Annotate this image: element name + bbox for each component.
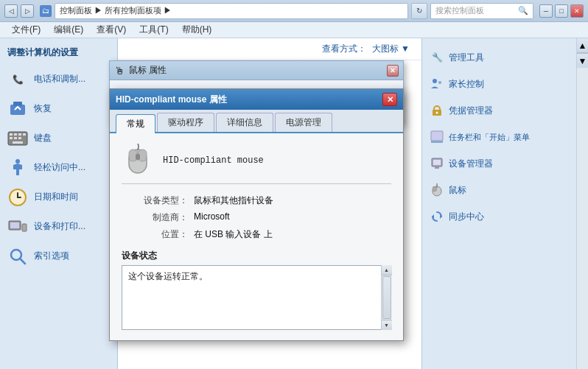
right-panel-admin[interactable]: 🔧 管理工具 [422, 44, 576, 71]
scroll-down-button[interactable]: ▼ [577, 53, 588, 68]
window-close-button[interactable]: ✕ [570, 4, 584, 18]
sidebar-item-index[interactable]: 索引选项 [0, 242, 117, 271]
main-scrollbar[interactable]: ▲ ▼ [576, 38, 588, 369]
device-icon [122, 144, 154, 176]
status-box-wrapper: 这个设备运转正常。 ▲ ▼ [122, 265, 391, 330]
status-scroll-up[interactable]: ▲ [382, 265, 392, 275]
back-button[interactable]: ◁ [4, 4, 18, 18]
right-panel: 🔧 管理工具 家长控制 凭据管理器 任务栏和「开始」菜单 设备管理器 [421, 38, 576, 369]
svg-rect-6 [23, 133, 26, 136]
right-panel-label-taskbar: 任务栏和「开始」菜单 [449, 132, 530, 143]
mouse-dialog-title: 鼠标 属性 [129, 64, 167, 77]
status-scroll-down[interactable]: ▼ [382, 320, 392, 330]
svg-point-22 [436, 112, 438, 114]
sidebar-item-keyboard[interactable]: 键盘 [0, 124, 117, 153]
view-label: 查看方式： [322, 43, 366, 55]
svg-rect-37 [136, 154, 140, 160]
right-panel-mouse[interactable]: 鼠标 [422, 177, 576, 203]
window-controls: ◁ ▷ [4, 4, 34, 18]
hid-dialog-titlebar: HID-compliant mouse 属性 ✕ [110, 89, 403, 110]
svg-rect-9 [18, 137, 21, 139]
search-box[interactable]: 搜索控制面板 🔍 [430, 3, 533, 19]
svg-rect-27 [435, 166, 439, 169]
menu-help[interactable]: 帮助(H) [176, 22, 218, 38]
index-icon [7, 246, 28, 267]
taskbar-icon [430, 130, 444, 144]
menu-tools[interactable]: 工具(T) [133, 22, 174, 38]
datetime-icon [7, 187, 28, 208]
admin-icon: 🔧 [430, 50, 444, 65]
prop-label-type: 设备类型： [122, 194, 188, 207]
sync-icon [430, 209, 444, 224]
svg-rect-26 [433, 160, 441, 165]
svg-rect-23 [431, 131, 443, 141]
sidebar-item-phone[interactable]: 📞 电话和调制... [0, 65, 117, 94]
view-mode[interactable]: 大图标 ▼ [366, 41, 416, 57]
right-panel-label-admin: 管理工具 [449, 52, 484, 64]
prop-value-mfr: Microsoft [194, 211, 391, 224]
mouse-dialog-titlebar: 🖱 鼠标 属性 ✕ [110, 61, 403, 80]
right-panel-label-credentials: 凭据管理器 [449, 105, 493, 117]
svg-point-18 [433, 79, 437, 83]
svg-rect-10 [13, 141, 23, 144]
credentials-icon [430, 103, 444, 118]
forward-button[interactable]: ▷ [21, 4, 34, 18]
tab-details[interactable]: 详细信息 [216, 113, 273, 132]
right-panel-devmgr[interactable]: 设备管理器 [422, 150, 576, 177]
sidebar-label-recovery: 恢复 [34, 102, 52, 115]
svg-rect-1 [13, 102, 22, 106]
minimize-button[interactable]: ─ [539, 4, 553, 18]
svg-rect-24 [431, 141, 443, 143]
device-header: HID-compliant mouse [122, 144, 391, 184]
right-panel-label-mouse: 鼠标 [449, 184, 466, 197]
mouse-dialog-icon: 🖱 [114, 65, 125, 77]
sidebar-label-phone: 电话和调制... [34, 73, 85, 85]
svg-rect-4 [14, 133, 17, 136]
right-panel-parental[interactable]: 家长控制 [422, 71, 576, 97]
window-chrome: ◁ ▷ 🗂 控制面板 ▶ 所有控制面板项 ▶ ↻ 搜索控制面板 🔍 ─ □ ✕ [0, 0, 588, 22]
menu-file[interactable]: 文件(F) [6, 22, 46, 38]
svg-rect-14 [10, 222, 19, 228]
tab-power[interactable]: 电源管理 [275, 113, 332, 132]
svg-rect-15 [22, 224, 27, 231]
mouse-dialog-close[interactable]: ✕ [387, 65, 399, 77]
sidebar-item-datetime[interactable]: 日期和时间 [0, 183, 117, 212]
svg-point-19 [438, 81, 441, 84]
right-panel-label-devmgr: 设备管理器 [449, 158, 493, 170]
prop-label-location: 位置： [122, 228, 188, 241]
right-panel-label-sync: 同步中心 [449, 211, 484, 223]
sidebar-label-datetime: 日期和时间 [34, 191, 78, 203]
right-panel-sync[interactable]: 同步中心 [422, 203, 576, 230]
refresh-button[interactable]: ↻ [411, 3, 427, 19]
tab-general[interactable]: 常规 [116, 114, 155, 133]
sidebar: 调整计算机的设置 📞 电话和调制... 恢复 键盘 轻松访问中... [0, 38, 118, 369]
menu-view[interactable]: 查看(V) [91, 22, 132, 38]
svg-rect-29 [433, 186, 437, 191]
keyboard-icon [7, 128, 28, 149]
address-bar[interactable]: 控制面板 ▶ 所有控制面板项 ▶ [55, 3, 408, 19]
hid-dialog-title: HID-compliant mouse 属性 [116, 94, 227, 106]
menu-bar: 文件(F) 编辑(E) 查看(V) 工具(T) 帮助(H) [0, 22, 588, 38]
device-status-label: 设备状态 [122, 250, 391, 262]
hid-properties-dialog: HID-compliant mouse 属性 ✕ 常规 驱动程序 详细信息 电源… [109, 88, 404, 341]
hid-dialog-close[interactable]: ✕ [382, 93, 397, 106]
sidebar-item-recovery[interactable]: 恢复 [0, 94, 117, 124]
sidebar-item-accessibility[interactable]: 轻松访问中... [0, 153, 117, 183]
svg-rect-7 [10, 137, 13, 139]
sidebar-header: 调整计算机的设置 [0, 44, 117, 65]
sidebar-label-accessibility: 轻松访问中... [34, 161, 85, 174]
scroll-up-button[interactable]: ▲ [577, 38, 588, 53]
tab-driver[interactable]: 驱动程序 [157, 113, 214, 132]
maximize-button[interactable]: □ [555, 4, 568, 18]
devices-icon [7, 217, 28, 237]
right-panel-credentials[interactable]: 凭据管理器 [422, 97, 576, 124]
search-placeholder: 搜索控制面板 [435, 5, 484, 16]
right-panel-taskbar[interactable]: 任务栏和「开始」菜单 [422, 124, 576, 150]
prop-value-location: 在 USB 输入设备 上 [194, 228, 391, 241]
parental-icon [430, 77, 444, 91]
address-icon: 🗂 [40, 5, 52, 17]
address-text: 控制面板 ▶ 所有控制面板项 ▶ [60, 5, 172, 16]
sidebar-item-devices[interactable]: 设备和打印... [0, 212, 117, 242]
status-scrollbar[interactable]: ▲ ▼ [381, 265, 391, 330]
menu-edit[interactable]: 编辑(E) [48, 22, 89, 38]
